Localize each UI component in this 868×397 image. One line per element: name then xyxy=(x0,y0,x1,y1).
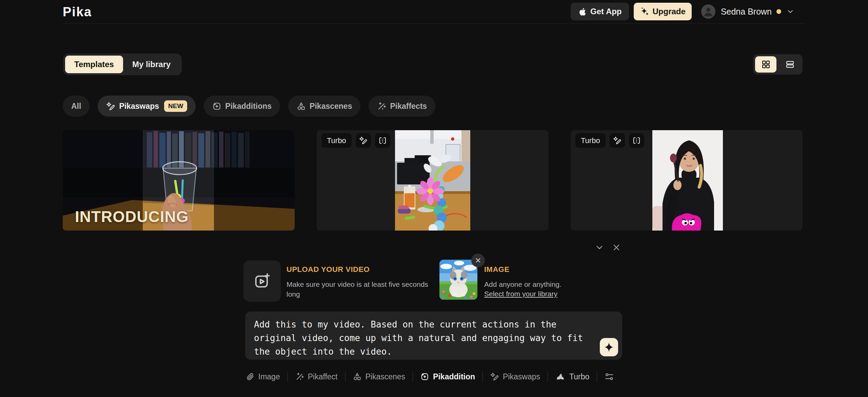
pika-logo: Pika xyxy=(63,5,92,19)
tool-label: Pikaswaps xyxy=(503,372,540,381)
template-card-woman[interactable]: Turbo xyxy=(571,130,803,231)
upgrade-button[interactable]: Upgrade xyxy=(634,3,692,20)
paperclip-icon xyxy=(246,372,255,381)
tool-turbo[interactable]: Turbo xyxy=(548,372,597,382)
upgrade-label: Upgrade xyxy=(653,7,686,16)
tab-templates[interactable]: Templates xyxy=(65,56,123,73)
tool-label: Pikascenes xyxy=(365,372,405,381)
upload-video-button[interactable] xyxy=(243,260,281,302)
composer-controls xyxy=(593,241,623,254)
status-dot xyxy=(776,9,781,14)
rabbit-icon xyxy=(555,372,566,382)
image-title: IMAGE xyxy=(484,265,596,274)
pikaswaps-icon xyxy=(356,133,371,148)
chevron-down-icon xyxy=(595,243,604,252)
grid-icon xyxy=(761,60,771,69)
upload-video-icon xyxy=(254,273,271,290)
pikascenes-icon xyxy=(297,102,306,111)
library-tabs: Templates My library xyxy=(63,54,182,75)
rows-icon xyxy=(785,60,795,69)
wand-icon xyxy=(377,102,386,111)
pikadditions-icon xyxy=(212,102,221,111)
filter-label: Pikaffects xyxy=(390,102,427,111)
tool-label: Pikaffect xyxy=(308,372,338,381)
user-name: Sedna Brown xyxy=(721,7,772,17)
tool-label: Image xyxy=(258,372,280,381)
header-actions: Get App Upgrade Sedna Brown xyxy=(571,3,794,20)
filter-label: Pikadditions xyxy=(225,102,272,111)
tool-pikaswaps[interactable]: Pikaswaps xyxy=(483,372,548,381)
close-composer-button[interactable] xyxy=(610,241,623,254)
close-icon xyxy=(612,243,621,252)
turbo-badge: Turbo xyxy=(575,133,606,148)
image-description: Add anyone or anything. xyxy=(484,279,596,289)
tool-pikascenes[interactable]: Pikascenes xyxy=(345,372,413,381)
apple-icon xyxy=(578,7,587,16)
kitten-image xyxy=(439,260,477,300)
filter-pikascenes[interactable]: Pikascenes xyxy=(288,96,360,117)
view-toggle xyxy=(753,54,803,75)
card-badges: Turbo xyxy=(575,133,644,148)
tool-pikaffect[interactable]: Pikaffect xyxy=(288,372,345,381)
template-card-balloon[interactable]: Turbo xyxy=(317,130,549,231)
tool-label: Turbo xyxy=(569,372,589,381)
pikaswaps-icon xyxy=(106,102,115,111)
video-thumbnail xyxy=(395,130,470,231)
prompt-box: Add this to my video. Based on the curre… xyxy=(245,312,622,360)
chevron-down-icon[interactable] xyxy=(787,8,794,15)
sliders-icon xyxy=(605,372,614,381)
select-from-library-link[interactable]: Select from your library xyxy=(484,290,557,298)
filter-label: Pikaswaps xyxy=(119,102,159,111)
tool-settings[interactable] xyxy=(597,372,622,381)
frame-dots-icon xyxy=(629,133,644,148)
get-app-label: Get App xyxy=(590,7,622,16)
close-icon xyxy=(475,257,481,264)
upload-description: Make sure your video is at least five se… xyxy=(287,279,439,299)
pikascenes-icon xyxy=(353,372,361,381)
filter-pikaffects[interactable]: Pikaffects xyxy=(369,96,435,117)
new-badge: NEW xyxy=(164,100,187,112)
remove-image-button[interactable] xyxy=(471,254,485,267)
pikaswaps-icon xyxy=(490,372,499,381)
list-view-button[interactable] xyxy=(779,56,801,73)
template-card-introducing[interactable]: INTRODUCING xyxy=(63,130,295,231)
avatar[interactable] xyxy=(701,4,715,19)
person-icon xyxy=(702,5,715,18)
tool-label: Pikaddition xyxy=(433,372,475,381)
upload-title: UPLOAD YOUR VIDEO xyxy=(287,265,439,274)
header: Pika Get App Upgrade Sedna Brown xyxy=(0,0,868,24)
sparkles-icon xyxy=(640,7,649,16)
card-badges: Turbo xyxy=(321,133,390,148)
get-app-button[interactable]: Get App xyxy=(571,3,629,20)
pikaswaps-icon xyxy=(610,133,625,148)
filter-chips: All Pikaswaps NEW Pikadditions Pikascene… xyxy=(63,96,435,117)
card-overlay-title: INTRODUCING xyxy=(75,207,189,226)
filter-pikadditions[interactable]: Pikadditions xyxy=(204,96,280,117)
prompt-input[interactable]: Add this to my video. Based on the curre… xyxy=(254,318,593,358)
pikadditions-icon xyxy=(420,372,429,381)
tool-image[interactable]: Image xyxy=(238,372,288,381)
turbo-badge: Turbo xyxy=(321,133,352,148)
video-thumbnail xyxy=(652,130,723,231)
submit-button[interactable] xyxy=(600,338,618,356)
sparkle-icon xyxy=(604,341,614,353)
tool-pikaddition[interactable]: Pikaddition xyxy=(413,372,482,381)
frame-dots-icon xyxy=(375,133,390,148)
filter-label: All xyxy=(71,102,81,111)
image-section: IMAGE Add anyone or anything. Select fro… xyxy=(484,265,596,298)
template-cards: INTRODUCING Turbo xyxy=(63,130,803,231)
filter-label: Pikascenes xyxy=(310,102,352,111)
collapse-composer-button[interactable] xyxy=(593,241,606,254)
grid-view-button[interactable] xyxy=(755,56,776,73)
mode-toolbar: Image Pikaffect Pikascenes Pikaddition P… xyxy=(238,369,622,384)
filter-all[interactable]: All xyxy=(63,96,90,117)
selected-image-thumbnail[interactable] xyxy=(439,260,477,300)
filter-pikaswaps[interactable]: Pikaswaps NEW xyxy=(98,96,196,117)
tab-my-library[interactable]: My library xyxy=(123,56,180,73)
upload-section: UPLOAD YOUR VIDEO Make sure your video i… xyxy=(287,265,439,299)
wand-icon xyxy=(295,372,304,381)
